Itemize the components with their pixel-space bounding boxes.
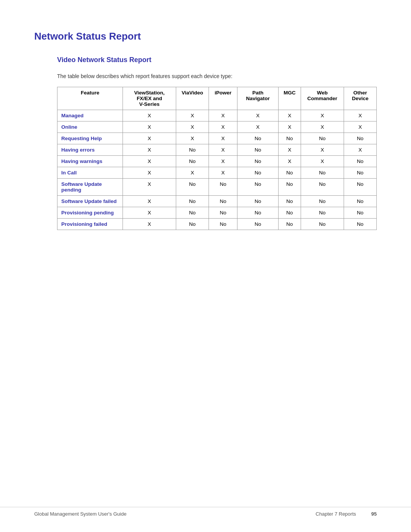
cell-viewstation-0: X: [123, 110, 176, 121]
cell-ipower-4: X: [209, 156, 237, 167]
cell-other-0: X: [344, 110, 376, 121]
col-header-feature: Feature: [57, 87, 123, 110]
table-row: Software Update failedXNoNoNoNoNoNo: [57, 196, 377, 207]
cell-ipower-3: X: [209, 144, 237, 156]
cell-mgc-1: X: [278, 121, 301, 133]
cell-path-8: No: [237, 207, 279, 219]
cell-viewstation-7: X: [123, 196, 176, 207]
cell-other-4: No: [344, 156, 376, 167]
table-row: OnlineXXXXXXX: [57, 121, 377, 133]
cell-path-7: No: [237, 196, 279, 207]
cell-path-9: No: [237, 219, 279, 230]
cell-ipower-1: X: [209, 121, 237, 133]
cell-viavideo-1: X: [176, 121, 209, 133]
cell-feature-7: Software Update failed: [57, 196, 123, 207]
cell-web-7: No: [301, 196, 344, 207]
cell-ipower-2: X: [209, 133, 237, 144]
cell-mgc-3: X: [278, 144, 301, 156]
cell-feature-9: Provisioning failed: [57, 219, 123, 230]
cell-other-6: No: [344, 179, 376, 196]
cell-web-2: No: [301, 133, 344, 144]
cell-viewstation-2: X: [123, 133, 176, 144]
cell-other-8: No: [344, 207, 376, 219]
cell-ipower-7: No: [209, 196, 237, 207]
col-header-path: PathNavigator: [237, 87, 279, 110]
cell-mgc-7: No: [278, 196, 301, 207]
cell-viavideo-9: No: [176, 219, 209, 230]
cell-viavideo-5: X: [176, 167, 209, 179]
cell-path-5: No: [237, 167, 279, 179]
table-row: Having errorsXNoXNoXXX: [57, 144, 377, 156]
section-title: Video Network Status Report: [57, 56, 377, 64]
cell-feature-1: Online: [57, 121, 123, 133]
table-row: Having warningsXNoXNoXXNo: [57, 156, 377, 167]
cell-feature-3: Having errors: [57, 144, 123, 156]
col-header-mgc: MGC: [278, 87, 301, 110]
cell-viewstation-6: X: [123, 179, 176, 196]
cell-viewstation-8: X: [123, 207, 176, 219]
cell-web-1: X: [301, 121, 344, 133]
table-header-row: Feature ViewStation,FX/EX andV-Series Vi…: [57, 87, 377, 110]
cell-web-4: X: [301, 156, 344, 167]
col-header-ipower: iPower: [209, 87, 237, 110]
col-header-viewstation: ViewStation,FX/EX andV-Series: [123, 87, 176, 110]
cell-other-9: No: [344, 219, 376, 230]
cell-ipower-6: No: [209, 179, 237, 196]
footer-left-text: Global Management System User's Guide: [34, 511, 126, 517]
footer-page: 95: [371, 511, 377, 517]
feature-table: Feature ViewStation,FX/EX andV-Series Vi…: [57, 87, 377, 230]
cell-path-3: No: [237, 144, 279, 156]
cell-viewstation-9: X: [123, 219, 176, 230]
table-row: ManagedXXXXXXX: [57, 110, 377, 121]
footer-right: Chapter 7 Reports 95: [315, 511, 377, 517]
cell-viavideo-6: No: [176, 179, 209, 196]
cell-web-0: X: [301, 110, 344, 121]
cell-ipower-8: No: [209, 207, 237, 219]
cell-viewstation-5: X: [123, 167, 176, 179]
cell-viavideo-3: No: [176, 144, 209, 156]
cell-ipower-0: X: [209, 110, 237, 121]
table-row: Software Update pendingXNoNoNoNoNoNo: [57, 179, 377, 196]
cell-feature-4: Having warnings: [57, 156, 123, 167]
cell-mgc-0: X: [278, 110, 301, 121]
cell-viavideo-0: X: [176, 110, 209, 121]
cell-mgc-8: No: [278, 207, 301, 219]
cell-web-3: X: [301, 144, 344, 156]
table-row: Provisioning failedXNoNoNoNoNoNo: [57, 219, 377, 230]
cell-feature-6: Software Update pending: [57, 179, 123, 196]
cell-other-5: No: [344, 167, 376, 179]
cell-ipower-9: No: [209, 219, 237, 230]
page-title: Network Status Report: [34, 30, 377, 42]
cell-path-0: X: [237, 110, 279, 121]
col-header-other: OtherDevice: [344, 87, 376, 110]
cell-viavideo-7: No: [176, 196, 209, 207]
cell-mgc-5: No: [278, 167, 301, 179]
footer-chapter: Chapter 7 Reports: [315, 511, 356, 517]
cell-viavideo-8: No: [176, 207, 209, 219]
cell-other-3: X: [344, 144, 376, 156]
description-text: The table below describes which report f…: [57, 73, 377, 79]
table-row: In CallXXXNoNoNoNo: [57, 167, 377, 179]
cell-path-6: No: [237, 179, 279, 196]
table-row: Requesting HelpXXXNoNoNoNo: [57, 133, 377, 144]
table-row: Provisioning pendingXNoNoNoNoNoNo: [57, 207, 377, 219]
cell-web-8: No: [301, 207, 344, 219]
cell-viewstation-1: X: [123, 121, 176, 133]
cell-viewstation-4: X: [123, 156, 176, 167]
cell-web-5: No: [301, 167, 344, 179]
cell-viewstation-3: X: [123, 144, 176, 156]
cell-viavideo-4: No: [176, 156, 209, 167]
cell-web-6: No: [301, 179, 344, 196]
cell-path-2: No: [237, 133, 279, 144]
cell-feature-8: Provisioning pending: [57, 207, 123, 219]
cell-mgc-6: No: [278, 179, 301, 196]
cell-other-2: No: [344, 133, 376, 144]
cell-mgc-2: No: [278, 133, 301, 144]
cell-ipower-5: X: [209, 167, 237, 179]
cell-feature-0: Managed: [57, 110, 123, 121]
cell-viavideo-2: X: [176, 133, 209, 144]
cell-other-1: X: [344, 121, 376, 133]
cell-other-7: No: [344, 196, 376, 207]
cell-path-4: No: [237, 156, 279, 167]
feature-table-wrapper: Feature ViewStation,FX/EX andV-Series Vi…: [57, 87, 377, 230]
